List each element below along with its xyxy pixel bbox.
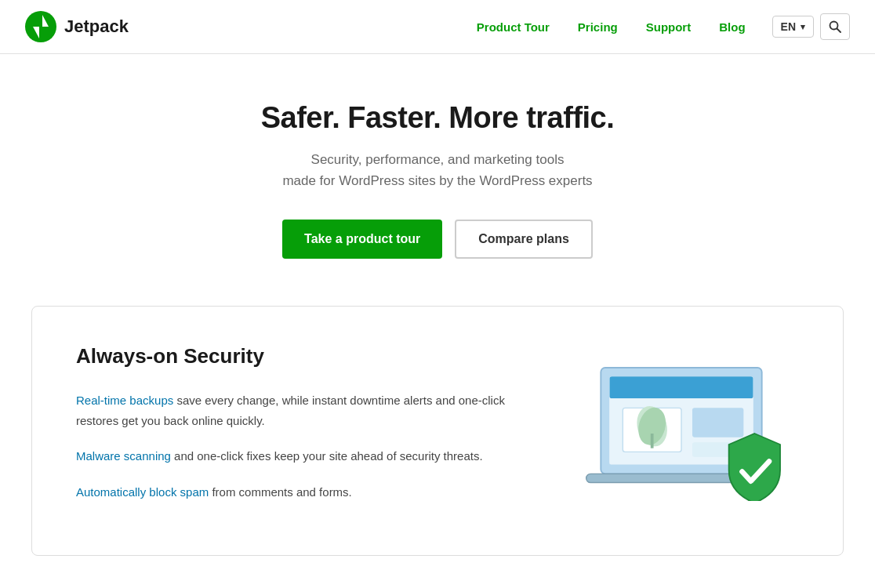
security-paragraph-1: Real-time backups save every change, whi…: [76, 390, 515, 430]
laptop-security-icon: [572, 344, 791, 501]
logo-text: Jetpack: [64, 16, 129, 37]
hero-subtitle-line1: Security, performance, and marketing too…: [311, 152, 565, 167]
nav-item-pricing[interactable]: Pricing: [567, 16, 629, 38]
take-product-tour-button[interactable]: Take a product tour: [282, 220, 442, 259]
logo-link[interactable]: Jetpack: [25, 11, 129, 42]
svg-rect-13: [692, 408, 743, 437]
card-title: Always-on Security: [76, 344, 515, 368]
chevron-down-icon: ▾: [801, 22, 805, 32]
compare-plans-button[interactable]: Compare plans: [455, 220, 593, 259]
lang-label: EN: [781, 20, 796, 33]
hero-buttons: Take a product tour Compare plans: [25, 220, 850, 259]
card-content: Always-on Security Real-time backups sav…: [76, 344, 515, 517]
svg-point-0: [25, 11, 56, 42]
search-button[interactable]: [820, 13, 850, 40]
site-header: Jetpack Product Tour Pricing Support Blo…: [0, 0, 875, 54]
security-illustration: [564, 344, 799, 501]
security-paragraph-2: Malware scanning and one-click fixes kee…: [76, 446, 515, 466]
svg-line-4: [837, 29, 841, 33]
hero-title: Safer. Faster. More traffic.: [25, 101, 850, 135]
nav-item-product-tour[interactable]: Product Tour: [466, 16, 561, 38]
security-card: Always-on Security Real-time backups sav…: [31, 306, 844, 556]
security-text-3: from comments and forms.: [209, 485, 352, 499]
nav-extras: EN ▾: [772, 13, 850, 40]
security-paragraph-3: Automatically block spam from comments a…: [76, 482, 515, 503]
jetpack-logo-icon: [25, 11, 56, 42]
hero-subtitle: Security, performance, and marketing too…: [25, 149, 850, 191]
hero-subtitle-line2: made for WordPress sites by the WordPres…: [282, 173, 592, 188]
block-spam-link[interactable]: Automatically block spam: [76, 485, 209, 499]
svg-rect-7: [610, 377, 753, 399]
language-selector[interactable]: EN ▾: [772, 16, 814, 38]
hero-section: Safer. Faster. More traffic. Security, p…: [0, 54, 875, 290]
svg-rect-12: [651, 434, 654, 448]
card-body: Real-time backups save every change, whi…: [76, 390, 515, 502]
security-text-2: and one-click fixes keep your site ahead…: [171, 449, 483, 463]
search-icon: [829, 20, 841, 33]
malware-scanning-link[interactable]: Malware scanning: [76, 449, 171, 463]
real-time-backups-link[interactable]: Real-time backups: [76, 394, 173, 407]
nav-item-blog[interactable]: Blog: [708, 16, 756, 38]
main-nav: Product Tour Pricing Support Blog EN ▾: [466, 13, 850, 40]
nav-item-support[interactable]: Support: [635, 16, 703, 38]
